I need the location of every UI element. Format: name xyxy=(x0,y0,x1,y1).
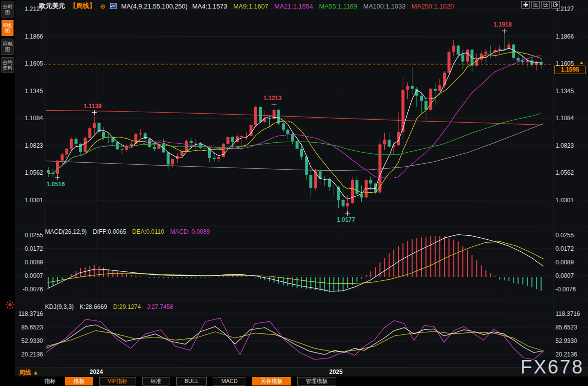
sidebar-tab-lightning-chart[interactable]: 闪电图 xyxy=(2,39,14,55)
candle-body xyxy=(240,136,243,137)
indicator-label-part: K:28.6669 xyxy=(80,303,107,310)
add-indicator-icon[interactable]: ⊕ xyxy=(100,3,106,10)
macd-indicator-label: MACD(26,12,9)DIFF:0.0065DEA:0.0110MACD:-… xyxy=(45,228,210,235)
ma-value-label: MA9:1.1607 xyxy=(233,3,268,10)
candle-body xyxy=(300,149,303,157)
pan-right-icon[interactable] xyxy=(551,1,560,9)
indicator-label-part: DEA:0.0110 xyxy=(132,228,164,235)
candle-body xyxy=(181,151,184,156)
period-selector[interactable]: 周线 ▲ xyxy=(19,368,39,377)
chart-type-icon[interactable] xyxy=(110,3,117,9)
sidebar-tab-kline-chart[interactable]: K线图 xyxy=(2,20,14,36)
candle-body xyxy=(351,180,354,203)
toolbar-button-管理模板[interactable]: 管理模板 xyxy=(297,377,336,385)
candle-body xyxy=(530,61,533,65)
candle-body xyxy=(204,148,207,148)
candle-body xyxy=(130,144,133,146)
candle-body xyxy=(346,203,349,206)
ma-settings-label: MA(4,9,21,55,100,250) xyxy=(121,3,188,10)
candle-body xyxy=(484,52,487,54)
period-dropdown-arrow-icon: ▲ xyxy=(33,369,39,376)
candle-body xyxy=(521,61,524,62)
candle-body xyxy=(411,86,414,89)
candle-body xyxy=(65,149,68,155)
candle-body xyxy=(443,73,446,85)
candle-body xyxy=(75,139,78,144)
sidebar-tab-contract-info[interactable]: 合约资料 xyxy=(2,57,14,73)
kdj-axis-label-left: 85.6523 xyxy=(11,324,43,331)
kdj-axis-label-left: 118.3716 xyxy=(11,310,43,317)
candle-body xyxy=(70,139,73,149)
indicator-label-part: MACD:-0.0089 xyxy=(170,228,210,235)
candle-body xyxy=(121,149,124,150)
price-extreme-label: 1.1213 xyxy=(263,95,282,102)
candle-body xyxy=(107,138,110,138)
kdj-axis-label-right: 118.3716 xyxy=(555,310,580,317)
ma4-line xyxy=(49,48,541,199)
candle-body xyxy=(383,140,386,144)
candle-body xyxy=(342,200,345,206)
candle-body xyxy=(273,110,276,120)
candle-body xyxy=(355,180,358,194)
macd-axis-label-right: -0.0076 xyxy=(555,286,576,293)
candle-body xyxy=(328,179,331,187)
price-axis-label-right: 1.0823 xyxy=(555,142,574,149)
grid-add-icon[interactable] xyxy=(521,1,530,9)
scale-axis-right-icon[interactable] xyxy=(541,1,550,9)
candle-body xyxy=(388,140,391,147)
candle-body xyxy=(259,107,262,122)
chart-canvas[interactable] xyxy=(0,0,588,386)
candle-body xyxy=(489,52,492,52)
price-axis-label-left: 1.1345 xyxy=(17,88,43,95)
trading-app-window: 分时图 K线图 闪电图 合约资料 欧元美元 【周线】 ⊕ MA(4,9,21,5… xyxy=(0,0,588,386)
ma100-line xyxy=(46,124,543,171)
period-tag[interactable]: 【周线】 xyxy=(70,2,96,11)
left-sidebar: 分时图 K线图 闪电图 合约资料 xyxy=(0,0,15,386)
candle-body xyxy=(268,118,271,119)
candle-body xyxy=(337,187,340,200)
price-axis-label-left: 1.0562 xyxy=(17,169,43,176)
symbol-header: 欧元美元 【周线】 ⊕ MA(4,9,21,55,100,250) MA4:1.… xyxy=(39,2,454,11)
symbol-name: 欧元美元 xyxy=(39,2,65,11)
candle-body xyxy=(88,128,91,138)
candle-body xyxy=(254,107,257,125)
candle-body xyxy=(512,45,515,58)
price-axis-label-left: 1.1084 xyxy=(17,115,43,122)
candle-body xyxy=(282,123,285,130)
macd-dea-line xyxy=(48,242,543,284)
sidebar-tab-timeshare-chart[interactable]: 分时图 xyxy=(2,2,14,18)
macd-axis-label-right: 0.0007 xyxy=(555,272,574,279)
indicator-label-part: D:29.1274 xyxy=(113,303,141,310)
ma-value-label: MA4:1.1573 xyxy=(192,3,227,10)
toolbar-button-VIP指标[interactable]: VIP指标 xyxy=(99,377,136,385)
candle-body xyxy=(56,161,59,174)
toolbar-button-模板[interactable]: 模板 xyxy=(65,377,93,385)
price-extreme-label: 1.0516 xyxy=(47,181,65,188)
candle-body xyxy=(498,49,501,51)
toolbar-button-另存模板[interactable]: 另存模板 xyxy=(252,377,291,385)
price-extreme-label: 1.0177 xyxy=(337,216,355,223)
price-extreme-label: 1.1918 xyxy=(493,21,512,28)
kdj-j-line xyxy=(46,318,543,360)
ma21-line xyxy=(49,56,541,178)
toolbar-button-BULL[interactable]: BULL xyxy=(176,377,207,385)
candle-body xyxy=(452,46,455,52)
price-axis-label-right: 1.0562 xyxy=(555,169,574,176)
scale-axis-left-icon[interactable] xyxy=(531,1,540,9)
candle-body xyxy=(102,132,105,138)
candle-body xyxy=(171,159,174,165)
toolbar-button-标准[interactable]: 标准 xyxy=(142,377,170,385)
macd-diff-line xyxy=(48,235,543,291)
toolbar-button-MACD[interactable]: MACD xyxy=(213,377,246,385)
price-axis-label-right: 1.1866 xyxy=(555,33,574,40)
period-label: 周线 xyxy=(19,369,31,376)
ma250-line xyxy=(46,110,543,125)
toolbar-button-指标[interactable]: 指标 xyxy=(41,377,59,385)
macd-axis-label-left: 0.0007 xyxy=(14,272,43,279)
bottom-toolbar: 指标模板VIP指标标准BULLMACD另存模板管理模板 xyxy=(0,376,588,386)
ma-value-label: MA100:1.1033 xyxy=(363,3,406,10)
candle-body xyxy=(516,58,519,61)
time-axis-year-label: 2025 xyxy=(329,368,343,375)
candle-body xyxy=(286,130,289,134)
candle-body xyxy=(84,138,87,152)
